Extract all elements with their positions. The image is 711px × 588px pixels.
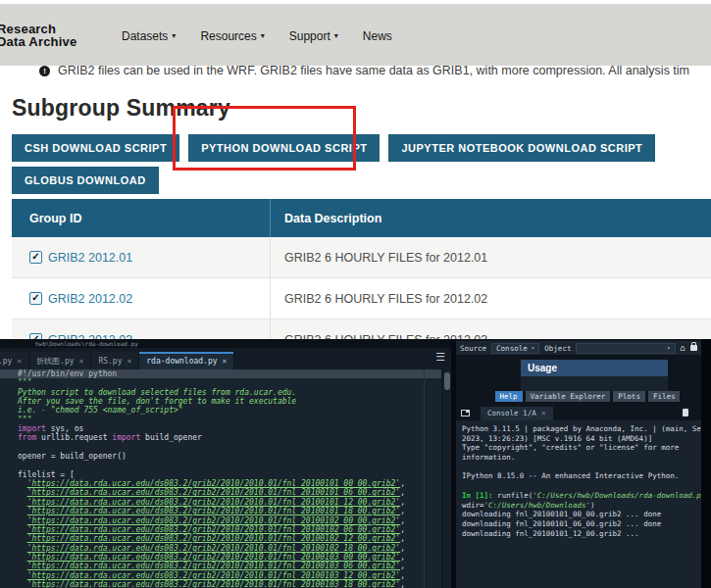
code-line: downloading fnl_20100101_12_00.grib2 ... bbox=[462, 529, 701, 539]
url-string[interactable]: 'https://data.rda.ucar.edu/ds083.2/grib2… bbox=[27, 479, 401, 488]
editor-tab-py[interactable]: ….py✕ bbox=[0, 352, 29, 369]
notice-text: GRIB2 files can be used in the WRF. GRIB… bbox=[58, 64, 689, 77]
nav-item-support[interactable]: Support▾ bbox=[289, 29, 338, 43]
token-txt: , bbox=[400, 544, 405, 553]
editor-scrollbar[interactable] bbox=[441, 369, 451, 588]
token-txt: , bbox=[400, 553, 405, 562]
code-line: IPython 8.15.0 -- An enhanced Interactiv… bbox=[462, 471, 701, 481]
token-txt: information. bbox=[462, 453, 515, 462]
token-txt: 2023, 13:26:23) [MSC v.1916 64 bit (AMD6… bbox=[462, 434, 652, 443]
usage-body bbox=[521, 376, 668, 391]
chevron-down-icon: ▾ bbox=[667, 344, 671, 352]
object-select[interactable]: ▾ bbox=[576, 343, 675, 354]
token-txt bbox=[18, 544, 27, 553]
code-line: 'https://data.rda.ucar.edu/ds083.2/grib2… bbox=[18, 580, 439, 588]
token-prompt: In [1]: bbox=[462, 491, 493, 500]
token-txt: , bbox=[400, 571, 405, 580]
nav-item-datasets[interactable]: Datasets▾ bbox=[122, 29, 176, 43]
editor-tab-rda-download-py[interactable]: rda-download.py✕ bbox=[139, 352, 234, 369]
group-id-link[interactable]: GRIB2 2012.01 bbox=[48, 251, 132, 265]
token-str: """ bbox=[18, 416, 31, 424]
panel-tab-variable-explorer[interactable]: Variable Explorer bbox=[526, 391, 611, 402]
close-icon[interactable]: ✕ bbox=[127, 357, 131, 366]
code-line: 'https://data.rda.ucar.edu/ds083.2/grib2… bbox=[18, 507, 439, 515]
chevron-down-icon: ▾ bbox=[334, 32, 338, 40]
token-txt: , bbox=[400, 525, 405, 534]
code-line: Python script to download selected files… bbox=[18, 388, 439, 397]
url-string[interactable]: 'https://data.rda.ucar.edu/ds083.2/grib2… bbox=[27, 544, 401, 553]
globus-download-button[interactable]: GLOBUS DOWNLOAD bbox=[12, 167, 159, 194]
group-checkbox[interactable]: ✓ bbox=[29, 251, 42, 264]
token-txt bbox=[18, 516, 27, 525]
editor-options-icon[interactable]: ☰ bbox=[435, 352, 445, 363]
token-txt: filelist = [ bbox=[18, 470, 75, 479]
group-id-link[interactable]: GRIB2 2012.02 bbox=[48, 292, 132, 306]
code-line: """ bbox=[18, 416, 439, 424]
site-logo[interactable]: Research Data Archive bbox=[0, 23, 76, 48]
token-txt: ) bbox=[590, 501, 595, 510]
token-com: #!/usr/bin/env python bbox=[18, 369, 117, 378]
home-icon[interactable]: ⌂ bbox=[681, 344, 686, 353]
chevron-down-icon: ▾ bbox=[532, 344, 535, 352]
url-string[interactable]: 'https://data.rda.ucar.edu/ds083.2/grib2… bbox=[27, 488, 401, 497]
console-pane: Console 1/A ✕ Python 3.11.5 | packaged b… bbox=[456, 404, 701, 588]
new-console-icon[interactable] bbox=[461, 410, 470, 416]
site-header: Research Data Archive Datasets▾Resources… bbox=[0, 4, 711, 66]
code-line: 'https://data.rda.ucar.edu/ds083.2/grib2… bbox=[18, 544, 439, 553]
close-icon[interactable]: ✕ bbox=[17, 357, 22, 366]
close-icon[interactable]: ✕ bbox=[541, 407, 546, 420]
panel-tab-plots[interactable]: Plots bbox=[613, 391, 645, 402]
nav-item-news[interactable]: News bbox=[363, 29, 392, 43]
code-line: #!/usr/bin/env python bbox=[18, 369, 439, 378]
url-string[interactable]: 'https://data.rda.ucar.edu/ds083.2/grib2… bbox=[27, 534, 401, 543]
right-panel: Source Console ▾ Object ▾ ⌂ Usage HelpVa… bbox=[456, 339, 701, 588]
info-icon: ! bbox=[39, 66, 50, 76]
code-line: After you save the file, don't forget to… bbox=[18, 397, 439, 406]
code-area[interactable]: #!/usr/bin/env python"""Python script to… bbox=[0, 369, 451, 588]
editor-tab-rs-py[interactable]: RS.py✕ bbox=[91, 352, 139, 369]
url-string[interactable]: 'https://data.rda.ucar.edu/ds083.2/grib2… bbox=[27, 498, 401, 507]
close-icon[interactable]: ✕ bbox=[79, 357, 84, 366]
token-txt bbox=[18, 571, 27, 580]
console-text: Python 3.11.5 | packaged by Anaconda, In… bbox=[462, 424, 701, 538]
code-line: downloading fnl_20100101_00_00.grib2 ...… bbox=[462, 510, 701, 519]
editor-tab-py[interactable]: 折线图.py✕ bbox=[29, 352, 91, 369]
source-select[interactable]: Console ▾ bbox=[491, 343, 539, 354]
token-txt bbox=[18, 479, 27, 488]
table-row: ✓GRIB2 2012.01GRIB2 6 HOURLY FILES for 2… bbox=[12, 237, 711, 278]
url-string[interactable]: 'https://data.rda.ucar.edu/ds083.2/grib2… bbox=[27, 580, 401, 588]
editor-scrollbar-thumb[interactable] bbox=[444, 372, 450, 390]
lock-icon[interactable] bbox=[690, 345, 697, 351]
token-str: 'C:/Users/hwb/Downloads/rda-download.py bbox=[533, 491, 701, 500]
csh-download-script-button[interactable]: CSH DOWNLOAD SCRIPT bbox=[12, 134, 179, 162]
nav-item-resources[interactable]: Resources▾ bbox=[200, 29, 264, 43]
console-options-icon[interactable] bbox=[683, 409, 688, 416]
console-tab-row: Console 1/A ✕ bbox=[456, 406, 701, 420]
token-txt bbox=[18, 488, 27, 497]
panel-tab-files[interactable]: Files bbox=[648, 391, 681, 402]
code-line bbox=[462, 481, 701, 491]
url-string[interactable]: 'https://data.rda.ucar.edu/ds083.2/grib2… bbox=[27, 571, 401, 580]
url-string[interactable]: 'https://data.rda.ucar.edu/ds083.2/grib2… bbox=[27, 562, 401, 570]
url-string[interactable]: 'https://data.rda.ucar.edu/ds083.2/grib2… bbox=[27, 525, 401, 534]
nav-label: Resources bbox=[200, 29, 256, 43]
token-txt: IPython 8.15.0 -- An enhanced Interactiv… bbox=[462, 471, 679, 480]
code-line: i.e. - "chmod 755 <name_of_script>" bbox=[18, 406, 439, 415]
code-line: 'https://data.rda.ucar.edu/ds083.2/grib2… bbox=[18, 562, 439, 570]
jupyter-notebook-download-script-button[interactable]: JUPYTER NOTEBOOK DOWNLOAD SCRIPT bbox=[388, 134, 655, 162]
token-kw: import bbox=[18, 424, 51, 433]
nav-label: Datasets bbox=[122, 29, 168, 43]
console-tab[interactable]: Console 1/A ✕ bbox=[481, 407, 553, 420]
code-line: filelist = [ bbox=[18, 470, 439, 479]
console-output-area[interactable]: Python 3.11.5 | packaged by Anaconda, In… bbox=[456, 420, 701, 588]
panel-tab-help[interactable]: Help bbox=[495, 391, 523, 402]
token-str: i.e. - "chmod 755 <name_of_script>" bbox=[18, 406, 183, 415]
token-txt: , bbox=[400, 498, 405, 507]
group-checkbox[interactable]: ✓ bbox=[29, 292, 42, 305]
close-icon[interactable]: ✕ bbox=[223, 357, 228, 366]
panel-tabs: HelpVariable ExplorerPlotsFiles bbox=[456, 391, 701, 404]
url-string[interactable]: 'https://data.rda.ucar.edu/ds083.2/grib2… bbox=[27, 553, 401, 562]
token-txt: , bbox=[400, 562, 405, 570]
url-string[interactable]: 'https://data.rda.ucar.edu/ds083.2/grib2… bbox=[27, 507, 401, 515]
url-string[interactable]: 'https://data.rda.ucar.edu/ds083.2/grib2… bbox=[27, 516, 401, 525]
